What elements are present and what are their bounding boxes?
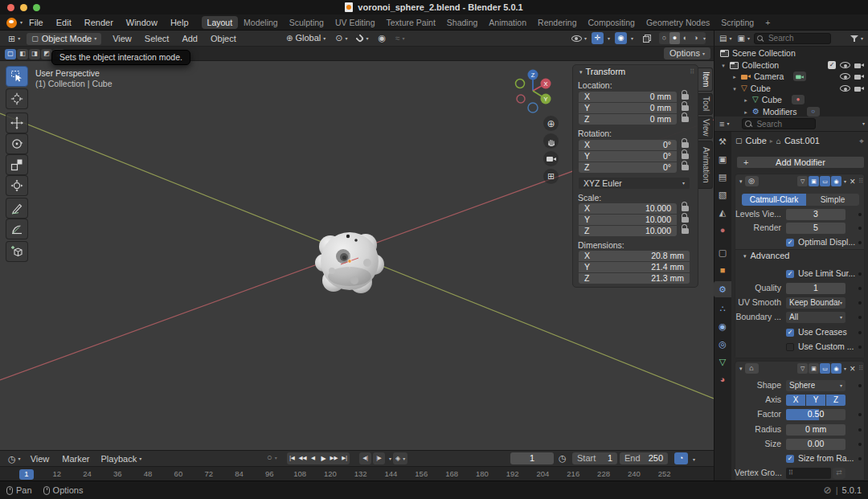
snap-toggle[interactable]: ▾ [354,32,371,44]
npanel-tab-tool[interactable]: Tool [698,93,713,115]
shading-wireframe-button[interactable]: ○ [659,32,669,44]
chevron-down-icon[interactable]: ▾ [862,121,865,126]
chevron-down-icon[interactable]: ▾ [631,36,633,41]
show-viewport-toggle[interactable]: ▭ [820,176,830,186]
animate-dot[interactable] [858,213,862,216]
animate-dot[interactable] [858,301,862,305]
menu-add[interactable]: Add [175,35,204,43]
next-keyframe-button[interactable]: ▶▶ [329,452,339,464]
scale-z-field[interactable]: Z10.000 [579,226,677,236]
select-mode-subtract-button[interactable]: ◨ [29,49,40,59]
subsurf-panel-header[interactable]: ▾ ◎ ▽ ▣ ▭ ◉ ▾ × ⠿ [737,176,863,186]
stopwatch-icon[interactable]: ◷ [559,454,567,463]
drag-handle-icon[interactable]: ⠿ [858,366,863,372]
proportional-falloff-dropdown[interactable]: ≈▾ [392,32,408,44]
radius-field[interactable]: 0 mm [786,424,845,436]
use-creases-checkbox[interactable]: ✓ [786,329,794,337]
lock-scale-z-icon[interactable] [682,228,689,234]
drag-handle-icon[interactable]: ⠿ [858,178,863,185]
cast-panel-header[interactable]: ▾ ⌂ ▽ ▣ ▭ ◉ ▾ × ⠿ [737,363,863,374]
tab-object-data[interactable]: ▽ [714,354,731,370]
properties-editor-dropdown[interactable]: ≡▾ [718,118,731,130]
navigation-gizmo[interactable]: Z X Y [513,66,555,114]
tab-modifiers[interactable]: ⚙ [714,281,731,297]
show-editmode-toggle[interactable]: ▽ [797,176,808,186]
lock-location-x-icon[interactable] [682,94,689,100]
show-editmode-toggle[interactable]: ▽ [797,363,808,374]
chevron-down-icon[interactable]: ▾ [275,456,277,460]
factor-slider[interactable]: 0.50 [786,409,845,420]
tab-view-layer[interactable]: ▧ [714,186,731,202]
outliner-row-cube[interactable]: ▾ ▽ Cube [714,83,868,94]
editor-type-dropdown[interactable]: ⊞▾ [5,33,23,45]
tool-scale[interactable] [6,154,28,175]
modifier-badge[interactable]: ○ [807,107,820,117]
outliner-row-camera[interactable]: ▸ Camera [714,71,868,82]
show-gizmo-toggle[interactable]: ✛ [592,32,604,44]
breadcrumb-object[interactable]: Cube [746,137,767,145]
xray-toggle[interactable] [640,32,654,44]
modifier-extras-dropdown[interactable]: ▾ [844,179,846,184]
material-badge[interactable]: ● [792,95,805,104]
disable-render-icon[interactable] [854,62,864,69]
select-mode-set-button[interactable]: ▢ [5,49,16,59]
workspace-tab-modeling[interactable]: Modeling [238,16,284,30]
breadcrumb-modifier[interactable]: Cast.001 [784,137,820,145]
tab-material[interactable]: ◕ [714,371,731,387]
tool-measure[interactable] [6,219,28,239]
offline-icon[interactable]: ⊘ [824,485,832,495]
animate-dot[interactable] [858,443,862,446]
dimensions-y-field[interactable]: Y21.4 mm [579,262,690,272]
auto-keying-toggle[interactable]: ○ [267,453,272,462]
render-field[interactable]: 5 [786,223,845,234]
advanced-header[interactable]: ▾ Advanced [741,252,789,260]
jump-to-end-button[interactable]: ▶| [339,452,350,464]
animate-dot[interactable] [858,346,862,349]
menu-view[interactable]: View [106,35,138,43]
axis-x-toggle[interactable]: X [786,395,805,406]
orientation-dropdown[interactable]: ⊕Global▾ [283,32,329,44]
tool-annotate[interactable] [6,198,28,219]
disable-render-icon[interactable] [854,73,864,80]
axis-y-toggle[interactable]: Y [806,395,825,406]
use-custom-checkbox[interactable] [786,343,794,351]
voronoi-sphere-object[interactable] [315,232,384,293]
outliner-row-collection[interactable]: ▾ Collection ✓ [714,59,868,71]
expand-icon[interactable]: ▸ [731,74,738,80]
remove-modifier-button[interactable]: × [850,177,855,186]
current-frame-field[interactable]: 1 [510,452,554,464]
camera-data-badge[interactable] [793,72,806,81]
size-field[interactable]: 0.00 [786,439,845,450]
tab-constraints[interactable]: ◎ [714,336,731,352]
animate-dot[interactable] [858,272,862,276]
scale-y-field[interactable]: Y10.000 [579,215,677,225]
show-overlays-toggle[interactable]: ◉ [615,32,627,44]
lock-scale-x-icon[interactable] [682,206,689,211]
show-render-toggle[interactable]: ◉ [831,176,841,186]
next-frame-button[interactable]: |▶ [373,452,385,464]
outliner-display-mode-dropdown[interactable]: ▤▾ [718,32,733,44]
playback-sync-toggle[interactable]: ◔ [674,452,688,464]
play-reverse-button[interactable]: ◀ [308,452,318,464]
collection-checkbox[interactable]: ✓ [828,61,836,69]
tab-particles[interactable]: ∴ [714,301,731,317]
options-dropdown[interactable]: Options▾ [664,47,710,59]
tab-collection[interactable]: ▢ [714,244,731,260]
animate-dot[interactable] [858,457,862,460]
menu-help[interactable]: Help [164,18,195,27]
chevron-down-icon[interactable]: ▾ [608,36,610,41]
size-from-radius-checkbox[interactable]: ✓ [786,455,794,463]
location-y-field[interactable]: Y0 mm [579,103,677,113]
timeline-menu-view[interactable]: View [24,455,56,464]
rotation-z-field[interactable]: Z0° [579,162,677,173]
optimal-display-checkbox[interactable]: ✓ [786,239,794,247]
npanel-tab-animation[interactable]: Animation [698,141,713,189]
perspective-toggle-button[interactable]: ⊞ [543,169,559,184]
tab-output[interactable]: ▤ [714,169,731,185]
outliner-filter-dropdown[interactable]: ▾ [849,32,865,44]
vertex-group-field[interactable]: ⠿ [786,468,831,479]
uv-smooth-dropdown[interactable]: Keep Boundar...▾ [786,297,845,309]
tab-tool[interactable]: ⚒ [714,133,731,149]
drag-handle-icon[interactable]: ⠿ [690,69,694,76]
previous-frame-button[interactable]: ◀| [359,452,371,464]
